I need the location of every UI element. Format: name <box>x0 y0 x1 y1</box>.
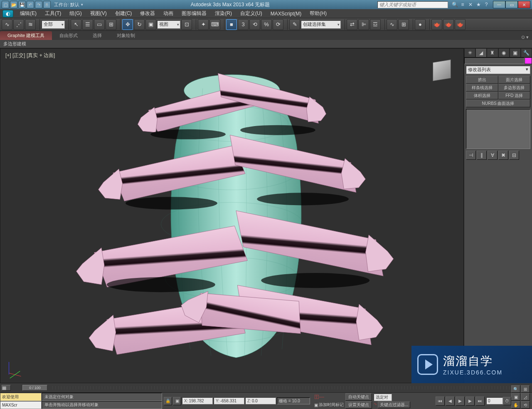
menu-modifiers[interactable]: 修改器 <box>136 9 159 18</box>
viewcube[interactable] <box>433 59 451 81</box>
btn-extrude[interactable]: 挤出 <box>466 76 498 84</box>
menu-maxscript[interactable]: MAXScript(M) <box>266 9 306 18</box>
select-icon[interactable]: ↖ <box>71 19 81 30</box>
create-tab-icon[interactable]: ✳ <box>464 48 475 57</box>
close-button[interactable]: ✕ <box>518 1 530 8</box>
zoom-extents-icon[interactable]: ▣ <box>511 393 520 401</box>
bind-icon[interactable]: ≋ <box>25 19 36 30</box>
time-slider-track[interactable] <box>50 386 530 389</box>
spinner-snap-icon[interactable]: ⟳ <box>273 19 283 30</box>
manipulate-icon[interactable]: ✦ <box>198 19 209 30</box>
ribbon-tab-graphite[interactable]: Graphite 建模工具 <box>0 31 52 40</box>
orbit-icon[interactable]: ⟲ <box>521 401 530 409</box>
coord-x[interactable]: X:198.782 <box>182 397 213 404</box>
application-button[interactable]: ◐ <box>2 10 13 17</box>
configure-sets-icon[interactable]: ⊟ <box>509 151 519 160</box>
menu-custom[interactable]: 自定义(U) <box>236 9 266 18</box>
schematic-view-icon[interactable]: ⊞ <box>398 19 409 30</box>
qat-new-icon[interactable]: ▢ <box>2 1 9 8</box>
named-selset-edit-icon[interactable]: ✎ <box>289 19 300 30</box>
object-color-swatch[interactable] <box>525 57 532 64</box>
menu-animation[interactable]: 动画 <box>159 9 177 18</box>
viewport-label[interactable]: [+] [正交] [真实 + 边面] <box>5 52 55 59</box>
menu-render[interactable]: 渲染(R) <box>211 9 236 18</box>
lock-selection-icon[interactable]: 🔒 <box>164 397 172 405</box>
help-search-input[interactable] <box>377 1 448 8</box>
pivot-icon[interactable]: ⊡ <box>181 19 192 30</box>
viewport[interactable]: [+] [正交] [真实 + 边面] <box>0 48 464 383</box>
rotate-icon[interactable]: ↻ <box>134 19 145 30</box>
goto-end-icon[interactable]: ⏭ <box>475 397 485 406</box>
modifier-list-dropdown[interactable]: 修改器列表▾ <box>466 66 530 74</box>
modify-tab-icon[interactable]: ◢ <box>475 48 487 57</box>
snap-angle-icon[interactable]: ⟲ <box>249 19 260 30</box>
menu-graph[interactable]: 图形编辑器 <box>177 9 211 18</box>
move-icon[interactable]: ✥ <box>122 19 133 30</box>
ribbon-collapse-icon[interactable]: ⊙ ▾ <box>518 35 532 40</box>
maxscript-listener[interactable]: MAXScr <box>0 401 42 409</box>
btn-ffd-select[interactable]: FFD 选择 <box>498 92 531 99</box>
object-name-field[interactable] <box>464 57 525 64</box>
btn-spline-select[interactable]: 样条线选择 <box>466 84 498 92</box>
snap-percent-icon[interactable]: % <box>261 19 272 30</box>
render-setup-icon[interactable]: 🫖 <box>431 19 442 30</box>
link-icon[interactable]: ∿ <box>2 19 12 30</box>
qat-open-icon[interactable]: 📂 <box>10 1 17 8</box>
modifier-stack[interactable] <box>466 109 530 149</box>
fov-icon[interactable]: ◿ <box>521 393 530 401</box>
layers-icon[interactable]: ☲ <box>370 19 381 30</box>
menu-tools[interactable]: 工具(T) <box>41 9 65 18</box>
align-icon[interactable]: ⊫ <box>358 19 369 30</box>
qat-redo-icon[interactable]: ↷ <box>35 1 42 8</box>
zoom-all-icon[interactable]: ⊞ <box>521 385 530 393</box>
prev-frame-icon[interactable]: ◀ <box>446 397 455 406</box>
help-icon[interactable]: ? <box>483 1 490 8</box>
workspace-selector[interactable]: 工作台: 默认 <box>54 2 79 8</box>
next-frame-icon[interactable]: ▶ <box>466 397 475 406</box>
qat-undo-icon[interactable]: ↶ <box>27 1 34 8</box>
render-frame-icon[interactable]: 🫖 <box>443 19 454 30</box>
setkey-icon[interactable]: ∿ <box>374 402 377 408</box>
hierarchy-tab-icon[interactable]: ♜ <box>487 48 498 57</box>
show-end-icon[interactable]: ∥ <box>477 151 487 160</box>
select-name-icon[interactable]: ☰ <box>82 19 93 30</box>
material-editor-icon[interactable]: ● <box>415 19 426 30</box>
autokey-button[interactable]: 自动关键点 <box>345 393 372 401</box>
ribbon-tab-paint[interactable]: 对象绘制 <box>109 31 143 40</box>
time-slider-thumb[interactable]: 0 / 100 <box>22 385 47 391</box>
ribbon-panel-label[interactable]: 多边形建模 <box>0 40 532 48</box>
goto-start-icon[interactable]: ⏮ <box>436 397 445 406</box>
btn-patch-select[interactable]: 面片选择 <box>498 76 531 84</box>
maximize-button[interactable]: ▭ <box>505 1 518 8</box>
btn-nurbs-select[interactable]: NURBS 曲面选择 <box>466 99 530 107</box>
refcoord-dropdown[interactable]: 视图 <box>157 20 180 29</box>
ribbon-tab-selection[interactable]: 选择 <box>85 31 109 40</box>
render-icon[interactable]: 🫖 <box>455 19 466 30</box>
search-icon[interactable]: 🔍 <box>451 1 458 8</box>
play-icon[interactable]: ▶ <box>456 397 465 406</box>
key-filters-button[interactable]: 关键点过滤器... <box>378 402 410 408</box>
ribbon-tab-freeform[interactable]: 自由形式 <box>52 31 85 40</box>
btn-vol-select[interactable]: 体积选择 <box>466 92 498 99</box>
make-unique-icon[interactable]: ∀ <box>488 151 498 160</box>
coord-y[interactable]: Y:-658.331 <box>214 397 244 404</box>
minimize-button[interactable]: — <box>493 1 505 8</box>
timeline-handle-icon[interactable]: ▦ <box>2 385 11 391</box>
menu-create[interactable]: 创建(C) <box>111 9 136 18</box>
remove-mod-icon[interactable]: ✖ <box>498 151 508 160</box>
current-frame-field[interactable]: 0 <box>486 397 503 404</box>
utilities-tab-icon[interactable]: 🔧 <box>521 48 532 57</box>
coord-z[interactable]: Z:0.0 <box>245 397 276 404</box>
pan-icon[interactable]: ✋ <box>511 401 520 409</box>
time-config-icon[interactable]: ⏱ <box>503 397 511 405</box>
motion-tab-icon[interactable]: ◉ <box>498 48 510 57</box>
pin-stack-icon[interactable]: ⊣ <box>466 151 476 160</box>
named-selset-dropdown[interactable]: 创建选择集 <box>301 20 341 29</box>
isolate-icon[interactable]: ▣ <box>173 397 181 405</box>
menu-views[interactable]: 视图(V) <box>86 9 111 18</box>
selection-filter-dropdown[interactable]: 全部 <box>42 20 65 29</box>
btn-poly-select[interactable]: 多边形选择 <box>498 84 531 92</box>
time-slider[interactable]: ▦ 0 / 100 <box>0 383 532 392</box>
favorite-icon[interactable]: ★ <box>475 1 482 8</box>
snap-3-icon[interactable]: 3 <box>238 19 249 30</box>
